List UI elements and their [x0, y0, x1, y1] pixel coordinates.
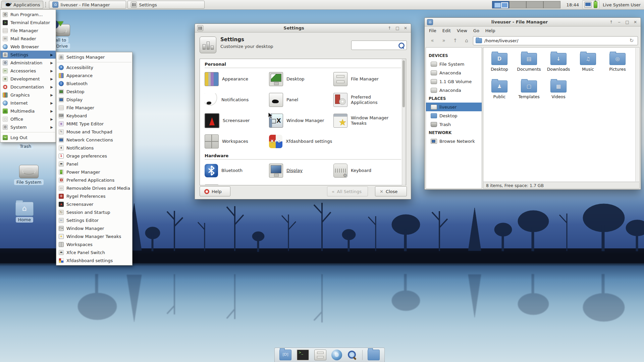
fm-menu-file[interactable]: File [426, 28, 439, 33]
desktop-icon-home[interactable]: Home [15, 202, 34, 223]
menu-item-administration[interactable]: Administration▶ [0, 59, 56, 67]
fm-shade-button[interactable]: ↑ [608, 20, 614, 24]
settings-item-keyboard[interactable]: Keyboard [333, 163, 398, 178]
menu-item-documentation[interactable]: Documentation▶ [0, 83, 56, 91]
fm-maximize-button[interactable]: □ [624, 20, 630, 24]
submenu-item-workspaces[interactable]: Workspaces [56, 240, 132, 248]
sidebar-item-volume[interactable]: 1.1 GB Volume [426, 77, 482, 86]
file-item-music[interactable]: Music [573, 53, 603, 72]
fm-menu-view[interactable]: View [454, 28, 470, 33]
menu-item-log-out[interactable]: Log Out [0, 133, 56, 141]
submenu-item-display[interactable]: Display [56, 96, 132, 104]
submenu-item-bluetooth[interactable]: Bluetooth [56, 79, 132, 87]
settings-item-removable-drives[interactable]: Removable Drives and Media [333, 184, 398, 185]
submenu-item-removable-drives-and-media[interactable]: Removable Drives and Media [56, 184, 132, 192]
submenu-item-mouse-and-touchpad[interactable]: Mouse and Touchpad [56, 128, 132, 136]
file-item-public[interactable]: Public [485, 80, 514, 99]
back-button[interactable]: « [427, 36, 437, 45]
file-item-desktop[interactable]: Desktop [485, 53, 514, 72]
submenu-item-window-manager-tweaks[interactable]: Window Manager Tweaks [56, 232, 132, 240]
desktop-icon-file-system[interactable]: File System [14, 165, 44, 185]
workspace-3[interactable] [526, 1, 543, 8]
submenu-item-accessibility[interactable]: Accessibility [56, 63, 132, 71]
menu-item-mail-reader[interactable]: Mail Reader [0, 35, 56, 43]
settings-item-file-manager[interactable]: File Manager [333, 71, 398, 87]
workspace-1[interactable] [492, 1, 509, 8]
menu-item-accessories[interactable]: Accessories▶ [0, 67, 56, 75]
submenu-item-appearance[interactable]: Appearance [56, 71, 132, 79]
submenu-item-network-connections[interactable]: Network Connections [56, 136, 132, 144]
fm-menu-go[interactable]: Go [470, 28, 482, 33]
folder-icon-dock[interactable] [368, 350, 380, 360]
close-button-bottom[interactable]: ✕ Close [375, 186, 407, 196]
menu-item-multimedia[interactable]: Multimedia▶ [0, 107, 56, 115]
sidebar-item-desktop[interactable]: Desktop [426, 111, 482, 120]
submenu-item-notifications[interactable]: Notifications [56, 144, 132, 152]
workspace-4[interactable] [543, 1, 560, 8]
settings-item-xfdashboard[interactable]: Xfdashboard settings [269, 134, 333, 149]
file-item-pictures[interactable]: Pictures [603, 53, 632, 72]
settings-item-workspaces[interactable]: Workspaces [205, 134, 269, 149]
show-desktop-icon[interactable] [279, 350, 291, 360]
file-item-videos[interactable]: Videos [544, 80, 573, 99]
submenu-item-panel[interactable]: Panel [56, 160, 132, 168]
web-browser-icon-dock[interactable] [331, 350, 342, 360]
close-button[interactable]: ✕ [402, 26, 409, 31]
up-button[interactable]: ↑ [450, 36, 460, 45]
maximize-button[interactable]: □ [394, 26, 400, 31]
sidebar-item-trash[interactable]: Trash [426, 120, 482, 129]
forward-button[interactable]: » [439, 36, 449, 45]
settings-item-window-manager[interactable]: □XWindow Manager [269, 113, 333, 128]
settings-item-mouse-touchpad[interactable]: Mouse and Touchpad [205, 184, 269, 185]
search-icon-dock[interactable] [347, 350, 357, 360]
applications-menu-button[interactable]: Applications [1, 1, 43, 9]
menu-item-run-program[interactable]: Run Program... [0, 10, 56, 18]
menu-item-office[interactable]: Office▶ [0, 115, 56, 123]
menu-item-graphics[interactable]: Graphics▶ [0, 91, 56, 99]
menu-item-development[interactable]: Development▶ [0, 75, 56, 83]
menu-item-system[interactable]: System▶ [0, 123, 56, 131]
fm-titlebar[interactable]: liveuser - File Manager ↑ ‒ □ ✕ [425, 18, 641, 26]
terminal-icon-dock[interactable] [297, 349, 309, 361]
file-manager-icon-dock[interactable] [314, 350, 326, 360]
fm-files-pane[interactable]: Desktop Documents Downloads Music Pictur… [483, 47, 640, 182]
settings-item-bluetooth[interactable]: Bluetooth [205, 163, 269, 178]
fm-menu-help[interactable]: Help [482, 28, 498, 33]
taskbar-button-settings[interactable]: Settings [127, 1, 205, 9]
submenu-item-desktop[interactable]: Desktop [56, 87, 132, 96]
settings-item-panel[interactable]: Panel [269, 92, 333, 108]
menu-item-internet[interactable]: Internet▶ [0, 99, 56, 107]
submenu-item-session-and-startup[interactable]: Session and Startup [56, 208, 132, 216]
sidebar-item-file-system[interactable]: File System [426, 60, 482, 68]
reload-button[interactable]: ↻ [628, 36, 635, 45]
taskbar-button-file-manager[interactable]: liveuser - File Manager [49, 1, 126, 9]
submenu-item-preferred-applications[interactable]: Preferred Applications [56, 176, 132, 184]
fm-scrollbar[interactable] [635, 48, 639, 181]
submenu-item-mime-type-editor[interactable]: MIME Type Editor [56, 120, 132, 128]
submenu-item-xfdashboard-settings[interactable]: Xfdashboard settings [56, 256, 132, 264]
file-item-templates[interactable]: Templates [514, 80, 544, 99]
settings-item-window-manager-tweaks[interactable]: Window Manager Tweaks [333, 113, 398, 128]
settings-item-desktop[interactable]: Desktop [269, 71, 333, 87]
path-field[interactable]: /home/liveuser/ ↻ [473, 36, 638, 45]
settings-item-power-manager[interactable]: Power Manager [269, 184, 333, 185]
all-settings-button[interactable]: « All Settings [327, 186, 368, 196]
menu-item-terminal-emulator[interactable]: Terminal Emulator [0, 18, 56, 26]
fm-close-button[interactable]: ✕ [632, 20, 638, 24]
menu-item-file-manager[interactable]: File Manager [0, 26, 56, 35]
submenu-item-screensaver[interactable]: Screensaver [56, 200, 132, 208]
submenu-item-rygel-preferences[interactable]: Rygel Preferences [56, 192, 132, 200]
sidebar-item-anaconda-1[interactable]: Anaconda [426, 68, 482, 77]
fm-minimize-button[interactable]: ‒ [616, 20, 622, 24]
help-button[interactable]: Help [200, 186, 230, 196]
submenu-item-file-manager[interactable]: File Manager [56, 104, 132, 112]
settings-item-display[interactable]: Display [269, 163, 333, 178]
fm-menu-edit[interactable]: Edit [439, 28, 454, 33]
display-tray-icon[interactable] [584, 2, 592, 8]
sidebar-item-anaconda-2[interactable]: Anaconda [426, 86, 482, 95]
menu-item-settings[interactable]: Settings▶ [0, 51, 56, 59]
menu-item-web-browser[interactable]: Web Browser [0, 43, 56, 51]
submenu-item-settings-editor[interactable]: Settings Editor [56, 216, 132, 224]
home-button[interactable]: ⌂ [462, 36, 472, 45]
battery-tray-icon[interactable] [594, 1, 597, 8]
